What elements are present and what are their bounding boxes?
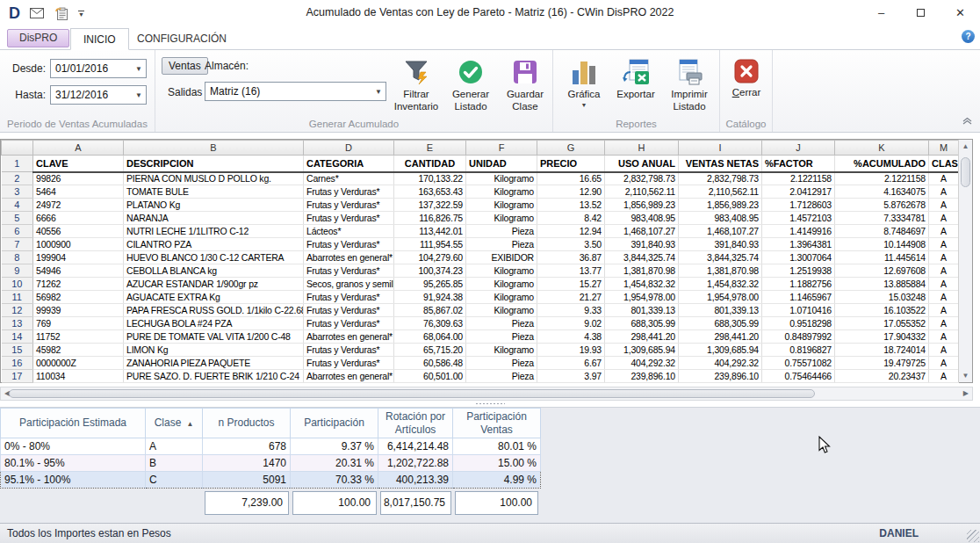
grid-cell[interactable]: 1,954,978.00 bbox=[679, 291, 762, 304]
summary-cell[interactable]: 678 bbox=[203, 438, 291, 455]
generar-listado-button[interactable]: Generar Listado bbox=[443, 54, 498, 123]
grid-cell[interactable]: 3.97 bbox=[537, 370, 605, 383]
grid-row[interactable]: 1545982LIMON KgFrutas y Verduras*65,715.… bbox=[2, 344, 959, 357]
grid-cell[interactable]: 4.38 bbox=[537, 330, 605, 344]
grid-cell[interactable]: 56982 bbox=[33, 291, 124, 304]
grid-cell[interactable]: AZUCAR ESTANDAR 1/900gr pz bbox=[124, 278, 304, 291]
grid-cell[interactable]: Pieza bbox=[466, 330, 537, 344]
grid-cell[interactable]: 0.75464466 bbox=[762, 370, 835, 383]
grid-cell[interactable]: 391,840.93 bbox=[605, 238, 679, 251]
grid-cell[interactable]: 19.93 bbox=[537, 344, 605, 357]
grid-cell[interactable]: 0.8196827 bbox=[762, 344, 835, 357]
grid-cell[interactable]: 100,374.23 bbox=[394, 264, 466, 278]
grid-cell[interactable]: 199904 bbox=[33, 251, 124, 264]
row-number[interactable]: 12 bbox=[2, 304, 33, 317]
scroll-down-icon[interactable]: ▼ bbox=[959, 372, 972, 380]
row-number[interactable]: 2 bbox=[2, 172, 33, 185]
grid-row[interactable]: 8199904HUEVO BLANCO 1/30 C-12 CARTERAAba… bbox=[2, 251, 959, 264]
grid-cell[interactable]: 801,339.13 bbox=[679, 304, 762, 317]
grid-cell[interactable]: 54946 bbox=[33, 264, 124, 278]
grid-cell[interactable]: 3.50 bbox=[537, 238, 605, 251]
grid-cell[interactable]: 116,826.75 bbox=[394, 212, 466, 225]
grid-cell[interactable]: 4.1634075 bbox=[835, 185, 929, 199]
grid-cell[interactable]: 5.8762678 bbox=[835, 199, 929, 212]
chevron-down-icon[interactable]: ▼ bbox=[132, 65, 146, 73]
grid-cell[interactable]: Kilogramo bbox=[466, 291, 537, 304]
grid-cell[interactable]: 1,468,107.27 bbox=[679, 225, 762, 238]
summary-row[interactable]: 95.1% - 100%C509170.33 %400,213.394.99 % bbox=[1, 472, 541, 489]
grid-cell[interactable]: Frutas y Verduras* bbox=[304, 185, 394, 199]
grid-cell[interactable]: NARANJA bbox=[124, 212, 304, 225]
cerrar-button[interactable]: Cerrar bbox=[724, 54, 769, 123]
grid-cell[interactable]: 113,442.01 bbox=[394, 225, 466, 238]
grid-cell[interactable]: 17.904332 bbox=[835, 330, 929, 344]
summary-cell[interactable]: 15.00 % bbox=[453, 455, 541, 472]
grid-cell[interactable]: 16.65 bbox=[537, 172, 605, 185]
grid-cell[interactable]: 6.67 bbox=[537, 357, 605, 370]
column-letter[interactable]: G bbox=[537, 141, 605, 156]
grid-cell[interactable]: Kilogramo bbox=[466, 344, 537, 357]
grid-cell[interactable]: 91,924.38 bbox=[394, 291, 466, 304]
summary-cell[interactable]: 6,414,214.48 bbox=[378, 438, 453, 455]
grid-row[interactable]: 1156982AGUACATE EXTRA KgFrutas y Verdura… bbox=[2, 291, 959, 304]
grid-cell[interactable]: 688,305.99 bbox=[679, 317, 762, 330]
grid-cell[interactable]: A bbox=[929, 357, 959, 370]
summary-header-participacion-estimada[interactable]: Participación Estimada bbox=[1, 409, 146, 438]
grid-cell[interactable]: Frutas y Verduras* bbox=[304, 238, 394, 251]
grid-cell[interactable]: 104,279.60 bbox=[394, 251, 466, 264]
grid-cell[interactable]: 1,954,978.00 bbox=[605, 291, 679, 304]
grid-cell[interactable]: 6666 bbox=[33, 212, 124, 225]
grid-cell[interactable]: 76,309.63 bbox=[394, 317, 466, 330]
summary-header-clase[interactable]: Clase▲ bbox=[146, 409, 203, 438]
summary-cell[interactable]: 5091 bbox=[203, 472, 291, 489]
grid-cell[interactable]: A bbox=[929, 330, 959, 344]
grid-cell[interactable]: PAPA FRESCA RUSS GOLD. 1/1kilo C-22.68 bbox=[124, 304, 304, 317]
column-letter[interactable]: K bbox=[835, 141, 929, 156]
row-number[interactable]: 8 bbox=[2, 251, 33, 264]
grid-row[interactable]: 160000000ZZANAHORIA PIEZA PAQUETEFrutas … bbox=[2, 357, 959, 370]
grid-cell[interactable]: A bbox=[929, 278, 959, 291]
tab-configuracion[interactable]: CONFIGURACIÓN bbox=[125, 28, 239, 50]
summary-cell[interactable]: B bbox=[146, 455, 203, 472]
grid-cell[interactable]: A bbox=[929, 172, 959, 185]
grid-cell[interactable]: 11752 bbox=[33, 330, 124, 344]
grid-cell[interactable]: Abarrotes en general* bbox=[304, 330, 394, 344]
grid-cell[interactable]: 99939 bbox=[33, 304, 124, 317]
grid-cell[interactable]: A bbox=[929, 251, 959, 264]
column-letter[interactable]: A bbox=[33, 141, 124, 156]
grid-cell[interactable]: Carnes* bbox=[304, 172, 394, 185]
grid-cell[interactable]: 0.84897992 bbox=[762, 330, 835, 344]
grid-cell[interactable]: 24972 bbox=[33, 199, 124, 212]
summary-cell[interactable]: 20.31 % bbox=[291, 455, 378, 472]
grid-cell[interactable]: 391,840.93 bbox=[679, 238, 762, 251]
grid-cell[interactable]: 8.7484697 bbox=[835, 225, 929, 238]
grid-cell[interactable]: 1,309,685.94 bbox=[605, 344, 679, 357]
grid-column-header[interactable]: CATEGORIA bbox=[304, 156, 394, 172]
chevron-down-icon[interactable]: ▼ bbox=[132, 91, 146, 99]
grid-cell[interactable]: 3,844,325.74 bbox=[605, 251, 679, 264]
column-letter[interactable]: D bbox=[304, 141, 394, 156]
summary-header-participacion-ventas[interactable]: Participación Ventas bbox=[453, 409, 541, 438]
grid-cell[interactable]: 45982 bbox=[33, 344, 124, 357]
grid-cell[interactable]: 1.2519938 bbox=[762, 264, 835, 278]
grid-cell[interactable]: ZANAHORIA PIEZA PAQUETE bbox=[124, 357, 304, 370]
maximize-button[interactable] bbox=[901, 0, 940, 25]
grid-cell[interactable]: 111,954.55 bbox=[394, 238, 466, 251]
summary-row[interactable]: 0% - 80%A6789.37 %6,414,214.4880.01 % bbox=[1, 438, 541, 455]
grid-cell[interactable]: A bbox=[929, 212, 959, 225]
grid-cell[interactable]: 983,408.95 bbox=[605, 212, 679, 225]
grid-cell[interactable]: 13.885884 bbox=[835, 278, 929, 291]
grid-cell[interactable]: Frutas y Verduras* bbox=[304, 212, 394, 225]
grid-cell[interactable]: 3,844,325.74 bbox=[679, 251, 762, 264]
grafica-button[interactable]: Gráfica ▼ bbox=[558, 54, 610, 123]
row-number[interactable]: 3 bbox=[2, 185, 33, 199]
grid-column-header[interactable]: DESCRIPCION bbox=[124, 156, 304, 172]
grid-cell[interactable]: CEBOLLA BLANCA kg bbox=[124, 264, 304, 278]
grid-cell[interactable]: AGUACATE EXTRA Kg bbox=[124, 291, 304, 304]
grid-row[interactable]: 640556NUTRI LECHE 1/1LITRO C-12Lácteos*1… bbox=[2, 225, 959, 238]
grid-cell[interactable]: 13.77 bbox=[537, 264, 605, 278]
grid-column-header[interactable]: UNIDAD bbox=[466, 156, 537, 172]
grid-cell[interactable]: Pieza bbox=[466, 370, 537, 383]
grid-cell[interactable]: PLATANO Kg bbox=[124, 199, 304, 212]
hasta-datepicker[interactable]: 31/12/2016 ▼ bbox=[50, 85, 147, 105]
